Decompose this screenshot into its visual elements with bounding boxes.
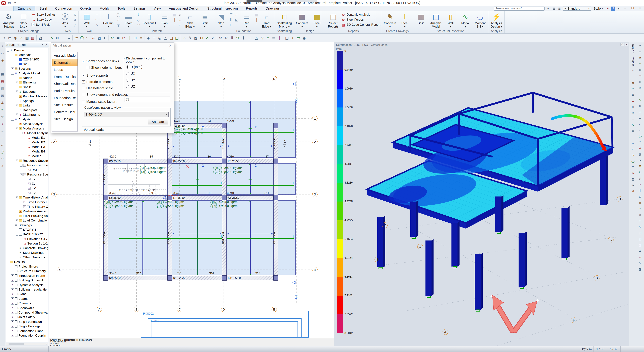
tree-item-s235[interactable]: S235 bbox=[6, 62, 48, 66]
column-mark[interactable] bbox=[222, 123, 226, 128]
ribbon-small-button-story-forces[interactable]: ≫Story Forces bbox=[341, 18, 380, 22]
array-icon[interactable]: ⊢ bbox=[151, 35, 157, 41]
ribbon-button-axis[interactable]: ⒶAxis ▾ bbox=[58, 12, 72, 29]
column-mark[interactable] bbox=[222, 275, 226, 280]
tree-item-other-drawings[interactable]: ≣Other Drawings bbox=[6, 255, 48, 260]
status-scale[interactable]: 1 : 50 bbox=[594, 346, 607, 352]
tree-item-story-1[interactable]: STORY 1 bbox=[6, 227, 48, 232]
deform-scale-icon[interactable]: A bbox=[638, 146, 642, 150]
slab-panel[interactable] bbox=[106, 201, 296, 275]
tree-item-elevation-g1-[interactable]: ◫Elevation G1 / ( bbox=[6, 237, 48, 241]
restore-button[interactable]: ❐ bbox=[630, 6, 636, 11]
menu-tab-tools[interactable]: Tools bbox=[114, 6, 130, 11]
style-combo[interactable]: Style ▾ bbox=[592, 7, 604, 11]
radio-u-total-[interactable]: U (total) bbox=[126, 65, 142, 69]
column-mark[interactable] bbox=[274, 123, 278, 128]
axis-3d-icon[interactable]: ▱ bbox=[631, 153, 635, 157]
move-icon[interactable]: ⇄ bbox=[115, 35, 121, 41]
checkbox-show-nodes-and-links[interactable]: ✓Show nodes and links bbox=[82, 59, 119, 63]
tree-item-time-history-anal[interactable]: −∿Time History Anal bbox=[6, 195, 48, 200]
tree-item-ex[interactable]: ∿Ex bbox=[6, 177, 48, 181]
tree-item-response-spectru[interactable]: −Response Spectru bbox=[6, 158, 48, 163]
ribbon-button-raft[interactable]: ▭Raft ▾ bbox=[240, 12, 253, 29]
ribbon-button-stair[interactable]: ≣Stair ▾ bbox=[198, 12, 212, 29]
help-button[interactable]: ? bbox=[611, 7, 615, 11]
chevron-down-icon[interactable]: ▾ bbox=[546, 7, 550, 11]
fullscreen-icon[interactable]: ◳ bbox=[638, 243, 642, 247]
dialog-tab-analysis-model[interactable]: Analysis Model bbox=[52, 52, 78, 59]
column-mark[interactable] bbox=[168, 159, 172, 164]
tree-item-foundation-couplin[interactable]: +Foundation Couplin bbox=[6, 333, 48, 338]
local-axes-icon[interactable]: ≣ bbox=[638, 201, 642, 205]
ribbon-button-solid[interactable]: ▦Solid bbox=[414, 12, 428, 29]
collapse-icon[interactable]: − bbox=[7, 49, 10, 52]
ribbon-small-button[interactable]: Ⅲ bbox=[229, 18, 233, 22]
floating-tab-stub[interactable] bbox=[246, 0, 262, 2]
support-display-icon[interactable]: ∥ bbox=[638, 189, 642, 193]
tree-item-shells[interactable]: +Shells bbox=[6, 85, 48, 89]
ribbon-button-raft-edge[interactable]: ⌐RaftEdge ▾ bbox=[260, 12, 273, 29]
ribbon-small-button[interactable]: ◯ bbox=[116, 13, 120, 17]
ribbon-button-story-list[interactable]: ▤StoryList ▾ bbox=[17, 12, 30, 29]
offset-icon[interactable]: ◈ bbox=[146, 35, 151, 41]
ribbon-small-button[interactable]: ↺ bbox=[73, 18, 77, 22]
checkbox-use-hotspot-scale[interactable]: Use hotspot scale bbox=[82, 86, 113, 90]
expand-icon[interactable]: + bbox=[11, 311, 14, 314]
report-preview-tab[interactable]: Report Preview bbox=[631, 43, 634, 67]
query-icon[interactable]: ▤ bbox=[0, 79, 5, 84]
settings-3d-icon[interactable]: ↔ bbox=[631, 141, 635, 145]
ribbon-button-wall[interactable]: ▦Wall ▾ bbox=[80, 12, 94, 29]
right-view-icon[interactable]: ⊗ bbox=[638, 104, 642, 108]
snap-icon[interactable]: ◱ bbox=[168, 35, 174, 41]
tree-item-foundation-slabs[interactable]: +Foundation Slabs bbox=[6, 329, 48, 333]
column-mark[interactable] bbox=[104, 159, 108, 164]
ribbon-button-steel[interactable]: ⅠSteel ▾ bbox=[398, 12, 412, 29]
beam-K18[interactable]: K18 25/50 bbox=[222, 200, 226, 276]
annotate-3d-icon[interactable]: ⊗ bbox=[631, 129, 635, 133]
tree-item-springs[interactable]: ∿Springs bbox=[6, 99, 48, 103]
expand-icon[interactable]: + bbox=[11, 302, 14, 305]
wireframe-icon[interactable]: ⌐ bbox=[638, 122, 642, 126]
top-view-icon[interactable]: ▧ bbox=[638, 86, 642, 90]
erase-tool-icon[interactable]: ⌐ bbox=[0, 136, 5, 140]
tree-item-supports[interactable]: +⊥Supports bbox=[6, 90, 48, 94]
shell-icon[interactable]: ⊥ bbox=[43, 35, 49, 41]
beam-K22[interactable]: K22 25/50 bbox=[273, 128, 278, 159]
visibility-icon[interactable]: ▭ bbox=[296, 35, 301, 41]
grid-toggle-icon[interactable]: ◰ bbox=[163, 35, 168, 41]
export-3d-icon[interactable]: ◠ bbox=[631, 165, 635, 169]
column-mark[interactable] bbox=[104, 195, 108, 200]
tree-item-time-history-ca[interactable]: ∿Time History Ca bbox=[6, 204, 48, 209]
ribbon-small-button-story-settings[interactable]: ≣Story Settings bbox=[32, 13, 56, 17]
link-icon[interactable]: ⊹ bbox=[60, 35, 66, 41]
case-combo[interactable]: 1.4G+1.6Q ▾ bbox=[84, 112, 168, 117]
table-icon[interactable]: ↻ bbox=[224, 35, 229, 41]
slope-tool-icon[interactable]: ◠ bbox=[0, 157, 5, 161]
ribbon-small-button[interactable]: ╱ bbox=[73, 23, 77, 27]
expand-icon[interactable]: + bbox=[11, 307, 14, 309]
layers-icon[interactable]: ◎ bbox=[157, 35, 163, 41]
close-icon[interactable]: ✕ bbox=[45, 43, 47, 46]
render-3d-icon[interactable]: ◯ bbox=[631, 159, 635, 163]
tree-item-modal-e1[interactable]: ΣModal E1 bbox=[6, 135, 48, 140]
collapse-icon[interactable]: − bbox=[7, 261, 10, 263]
beam-K5[interactable]: K5 25/50 bbox=[226, 159, 274, 163]
expand-icon[interactable]: + bbox=[11, 330, 14, 332]
bookmark-icon[interactable]: ▩ bbox=[638, 267, 642, 271]
collapse-icon[interactable]: − bbox=[16, 159, 18, 162]
tree-item-c25-b420c[interactable]: C25 B420C bbox=[6, 57, 48, 62]
ribbon-button-steel[interactable]: ▦Steel ▾ bbox=[310, 12, 324, 29]
legend-toggle-icon[interactable]: ⧉ bbox=[638, 164, 642, 168]
tree-item-modal-e4[interactable]: ΣModal E4 bbox=[6, 149, 48, 154]
refresh-3d-icon[interactable]: ➤ bbox=[631, 183, 635, 188]
tree-item-steel-drawings[interactable]: ≣Steel Drawings bbox=[6, 250, 48, 255]
checkbox-extrude-elements[interactable]: ✓Extrude elements bbox=[82, 80, 112, 84]
ribbon-small-button[interactable]: ┼ bbox=[172, 18, 176, 22]
expand-icon[interactable]: + bbox=[16, 123, 18, 125]
release-display-icon[interactable]: ⊞ bbox=[638, 195, 642, 199]
tree-item-modal-e2[interactable]: ΣModal E2 bbox=[6, 140, 48, 145]
tree-item-response-spec[interactable]: −∿Response Spec bbox=[6, 163, 48, 167]
radio-uz[interactable]: UZ bbox=[126, 85, 135, 89]
radio-ux[interactable]: UX bbox=[126, 72, 135, 76]
ribbon-button-analysis-settings[interactable]: ⚙AnalysisSettings bbox=[2, 12, 16, 29]
